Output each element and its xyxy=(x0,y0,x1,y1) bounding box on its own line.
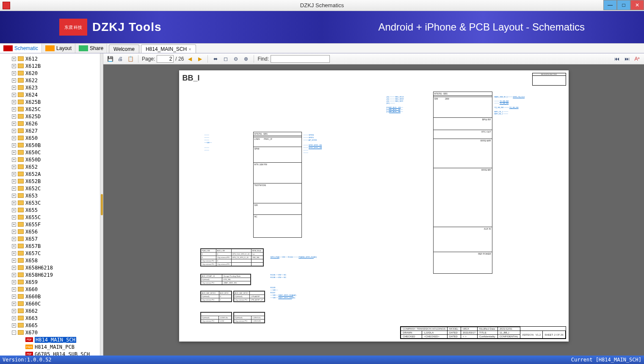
expand-icon[interactable]: + xyxy=(12,158,16,162)
doctab-welcome[interactable]: Welcome xyxy=(109,44,139,53)
tree-folder[interactable]: +X656 xyxy=(0,228,100,235)
expand-icon[interactable]: + xyxy=(12,323,16,328)
tree-folder[interactable]: +X652B xyxy=(0,178,100,185)
tab-layout[interactable]: Layout xyxy=(42,44,75,53)
expand-icon[interactable]: + xyxy=(12,194,16,198)
expand-icon[interactable]: + xyxy=(12,309,16,313)
splitter-handle[interactable] xyxy=(101,194,103,215)
tree-folder[interactable]: +X624 xyxy=(0,91,100,98)
tree-folder[interactable]: +X663 xyxy=(0,314,100,322)
expand-icon[interactable]: + xyxy=(12,215,16,220)
expand-icon[interactable]: + xyxy=(12,165,16,169)
expand-icon[interactable]: + xyxy=(12,251,16,256)
tree-folder[interactable]: +X655C xyxy=(0,214,100,221)
text-size-button[interactable]: Aᵃ xyxy=(633,55,641,63)
doctab-h814[interactable]: H814_MAIN_SCH× xyxy=(141,44,196,53)
find-input[interactable] xyxy=(271,55,330,63)
expand-icon[interactable]: + xyxy=(12,93,16,97)
tree-folder[interactable]: +X657B xyxy=(0,242,100,250)
tree-folder[interactable]: +X626 xyxy=(0,120,100,127)
expand-icon[interactable]: + xyxy=(12,222,16,227)
expand-icon[interactable]: + xyxy=(12,266,16,270)
tree-folder[interactable]: +X620 xyxy=(0,69,100,77)
expand-icon[interactable]: + xyxy=(12,86,16,90)
tree-folder[interactable]: +X625D xyxy=(0,113,100,120)
pdf-viewer[interactable]: BB_I MT6781 -SBS LXEN PMIC_IF SPMI MTK 1… xyxy=(103,64,644,356)
tree-file[interactable]: PADSH814_MAIN_PCB xyxy=(0,343,100,350)
find-next-button[interactable]: ⏭ xyxy=(623,55,631,63)
tree-folder[interactable]: +X652A xyxy=(0,170,100,178)
tree-folder[interactable]: +X658 xyxy=(0,257,100,264)
tree-folder[interactable]: +X612B xyxy=(0,62,100,69)
print-button[interactable]: 🖨 xyxy=(116,55,124,63)
expand-icon[interactable]: + xyxy=(12,64,16,68)
tree-folder[interactable]: +X622 xyxy=(0,77,100,84)
tree-folder[interactable]: +X657C xyxy=(0,250,100,257)
tree-folder[interactable]: -X670 xyxy=(0,329,100,336)
expand-icon[interactable]: + xyxy=(12,100,16,104)
tree-folder[interactable]: +X662 xyxy=(0,307,100,314)
expand-icon[interactable]: + xyxy=(12,143,16,147)
expand-icon[interactable]: + xyxy=(12,237,16,241)
find-prev-button[interactable]: ⏮ xyxy=(613,55,621,63)
expand-icon[interactable]: + xyxy=(12,273,16,277)
tree-folder[interactable]: +X653C xyxy=(0,199,100,206)
expand-icon[interactable]: + xyxy=(12,129,16,133)
expand-icon[interactable]: + xyxy=(12,302,16,306)
copy-button[interactable]: 📋 xyxy=(126,55,135,63)
prev-page-button[interactable]: ◀ xyxy=(185,55,194,63)
tab-share[interactable]: Share xyxy=(75,44,107,53)
tree-folder[interactable]: +X658H6218 xyxy=(0,264,100,271)
page-input[interactable] xyxy=(157,55,174,63)
expand-icon[interactable]: + xyxy=(12,230,16,234)
expand-icon[interactable]: + xyxy=(12,208,16,212)
close-button[interactable]: ✕ xyxy=(630,0,644,10)
expand-icon[interactable]: + xyxy=(12,295,16,299)
zoom-in-button[interactable]: ⊕ xyxy=(242,55,250,63)
zoom-out-button[interactable]: ⊖ xyxy=(232,55,240,63)
tree-folder[interactable]: +X650 xyxy=(0,134,100,142)
expand-icon[interactable]: + xyxy=(12,280,16,284)
tree-folder[interactable]: +X650C xyxy=(0,149,100,156)
tree-folder[interactable]: +X623 xyxy=(0,84,100,91)
tree-folder[interactable]: +X657 xyxy=(0,235,100,242)
tree-folder[interactable]: +X612 xyxy=(0,55,100,62)
tree-folder[interactable]: +X659 xyxy=(0,278,100,286)
expand-icon[interactable]: + xyxy=(12,186,16,191)
tree-folder[interactable]: +X650B xyxy=(0,142,100,149)
save-button[interactable]: 💾 xyxy=(106,55,114,63)
expand-icon[interactable]: + xyxy=(12,136,16,140)
expand-icon[interactable]: + xyxy=(12,57,16,61)
expand-icon[interactable]: + xyxy=(12,179,16,183)
tree-folder[interactable]: +X660B xyxy=(0,293,100,300)
expand-icon[interactable]: + xyxy=(12,107,16,111)
tree-folder[interactable]: +X625C xyxy=(0,106,100,113)
close-icon[interactable]: × xyxy=(188,47,191,52)
expand-icon[interactable]: + xyxy=(12,201,16,205)
expand-icon[interactable]: + xyxy=(12,258,16,263)
expand-icon[interactable]: + xyxy=(12,114,16,119)
tab-schematic[interactable]: Schematic xyxy=(0,44,42,53)
tree-folder[interactable]: +X660 xyxy=(0,286,100,293)
expand-icon[interactable]: + xyxy=(12,122,16,126)
tree-folder[interactable]: +X655 xyxy=(0,206,100,214)
tree-folder[interactable]: +X653 xyxy=(0,192,100,199)
tree-file[interactable]: PDFH814_MAIN_SCH xyxy=(0,336,100,343)
expand-icon[interactable]: + xyxy=(12,150,16,155)
tree-folder[interactable]: +X627 xyxy=(0,127,100,134)
tree-folder[interactable]: +X650D xyxy=(0,156,100,163)
fit-width-button[interactable]: ⬌ xyxy=(211,55,220,63)
tree-folder[interactable]: +X658H6219 xyxy=(0,271,100,278)
minimize-button[interactable]: — xyxy=(603,0,617,10)
expand-icon[interactable]: + xyxy=(12,244,16,248)
tree-folder[interactable]: +X665 xyxy=(0,322,100,329)
tree-folder[interactable]: +X652C xyxy=(0,185,100,192)
expand-icon[interactable]: + xyxy=(12,78,16,83)
tree-folder[interactable]: +X655F xyxy=(0,221,100,228)
expand-icon[interactable]: - xyxy=(12,331,16,335)
tree-file[interactable]: PDFG6785_H814_SUB_SCH xyxy=(0,350,100,356)
next-page-button[interactable]: ▶ xyxy=(196,55,204,63)
splitter[interactable] xyxy=(100,53,103,356)
expand-icon[interactable]: + xyxy=(12,71,16,75)
sidebar-tree[interactable]: +X612+X612B+X620+X622+X623+X624+X625B+X6… xyxy=(0,53,100,356)
